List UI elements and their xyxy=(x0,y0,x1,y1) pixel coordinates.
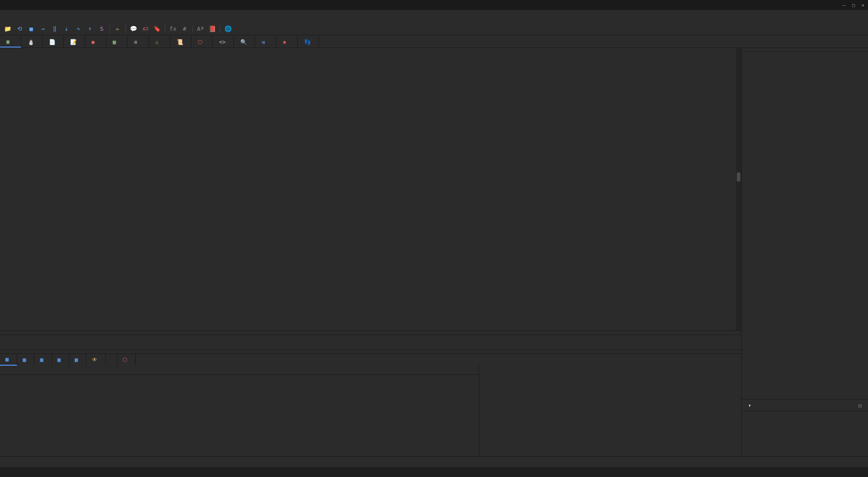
hash-icon[interactable]: # xyxy=(181,25,189,33)
disasm-scrollbar[interactable] xyxy=(736,48,741,330)
step-out-icon[interactable]: ↑ xyxy=(86,25,94,33)
disassembly-view[interactable] xyxy=(0,48,741,330)
statusbar xyxy=(0,467,868,477)
command-input[interactable] xyxy=(6,459,865,465)
dump-tab-3[interactable]: ▦ xyxy=(34,354,52,366)
step-over-icon[interactable]: ↷ xyxy=(74,25,82,33)
tab-memmap[interactable]: ▦ xyxy=(106,35,128,48)
arguments-view[interactable] xyxy=(742,411,868,456)
tab-breakpoints[interactable]: ● xyxy=(85,35,106,48)
cpu-icon: ▣ xyxy=(6,38,12,44)
dump-icon: ▦ xyxy=(23,357,26,363)
tab-symbols[interactable]: ⬡ xyxy=(191,35,213,48)
dump-icon: ▦ xyxy=(75,357,78,363)
book-icon[interactable]: 📕 xyxy=(208,25,216,33)
close-icon[interactable]: ✕ xyxy=(861,2,864,8)
tab-callstack[interactable]: ≡ xyxy=(128,35,149,48)
pause-icon[interactable]: ‖ xyxy=(51,25,59,33)
source-icon: <> xyxy=(219,39,224,44)
hexdump-header xyxy=(0,366,479,375)
comment-icon[interactable]: 💬 xyxy=(129,25,138,33)
dump-icon: ▦ xyxy=(5,356,9,363)
refs-icon: 🔍 xyxy=(240,39,246,44)
tab-threads[interactable]: ⇉ xyxy=(255,35,277,48)
tab-notes[interactable]: 📝 xyxy=(64,35,85,48)
minimize-icon[interactable]: — xyxy=(843,2,846,8)
chevron-down-icon[interactable]: ▾ xyxy=(748,402,751,409)
stop-icon[interactable]: ■ xyxy=(27,25,35,33)
info-register xyxy=(0,330,741,335)
bookmark-icon[interactable]: 🔖 xyxy=(153,25,161,33)
label-icon[interactable]: 🏷 xyxy=(141,25,149,33)
restart-icon[interactable]: ⟲ xyxy=(15,25,24,33)
tabbar: ▣ ⛄ 📄 📝 ● ▦ ≡ ⚠ 📜 ⬡ <> 🔍 ⇉ ✱ 👣 xyxy=(0,35,868,48)
menubar xyxy=(0,10,868,23)
scylla-icon[interactable]: S xyxy=(98,25,106,33)
dump-icon: ▦ xyxy=(57,357,61,363)
notes-icon: 📝 xyxy=(70,39,76,44)
unlock-checkbox[interactable]: ☐ xyxy=(858,402,862,409)
log-icon: 📄 xyxy=(49,39,54,44)
memmap-icon: ▦ xyxy=(113,39,118,44)
command-bar xyxy=(0,456,868,467)
threads-icon: ⇉ xyxy=(262,39,267,44)
dump-tabbar: ▦ ▦ ▦ ▦ ▦ 👁 ⬡ xyxy=(0,354,741,366)
dump-tab-2[interactable]: ▦ xyxy=(17,354,34,366)
struct-icon: ⬡ xyxy=(123,357,127,363)
struct-tab[interactable]: ⬡ xyxy=(117,354,136,366)
run-icon[interactable]: → xyxy=(39,25,47,33)
tab-handles[interactable]: ✱ xyxy=(277,35,298,48)
dump-tab-4[interactable]: ▦ xyxy=(52,354,69,366)
registers-view[interactable] xyxy=(742,52,868,399)
tab-trace[interactable]: 👣 xyxy=(298,35,319,48)
watch-tab[interactable]: 👁 xyxy=(86,354,106,366)
tab-seh[interactable]: ⚠ xyxy=(149,35,170,48)
tab-source[interactable]: <> xyxy=(213,35,234,48)
breakpoint-icon: ● xyxy=(91,39,97,44)
tab-references[interactable]: 🔍 xyxy=(234,35,255,48)
open-icon[interactable]: 📁 xyxy=(4,25,12,33)
seh-icon: ⚠ xyxy=(155,39,161,44)
text-icon[interactable]: Aª xyxy=(196,25,205,33)
handles-icon: ✱ xyxy=(283,39,288,44)
trace-icon: 👣 xyxy=(304,39,310,44)
symbols-icon: ⬡ xyxy=(198,39,203,44)
watch-icon: 👁 xyxy=(92,357,97,363)
step-into-icon[interactable]: ↓ xyxy=(62,25,71,33)
fx-icon[interactable]: fx xyxy=(169,25,177,33)
tab-script[interactable]: 📜 xyxy=(170,35,191,48)
toolbar: 📁 ⟲ ■ → ‖ ↓ ↷ ↑ S ✏ 💬 🏷 🔖 fx # Aª 📕 🌐 xyxy=(0,23,868,35)
tab-snowman[interactable]: ⛄ xyxy=(21,35,43,48)
snowman-icon: ⛄ xyxy=(28,39,33,44)
callstack-icon: ≡ xyxy=(134,39,139,44)
info-location xyxy=(0,349,741,354)
dump-tab-1[interactable]: ▦ xyxy=(0,354,17,366)
script-icon: 📜 xyxy=(176,39,182,44)
locals-tab[interactable] xyxy=(106,354,117,366)
hide-fpu-button[interactable] xyxy=(742,48,868,52)
maximize-icon[interactable]: ▢ xyxy=(852,2,855,8)
titlebar: — ▢ ✕ xyxy=(0,0,868,10)
calling-convention: ▾ ☐ xyxy=(742,399,868,411)
patch-icon[interactable]: ✏ xyxy=(114,25,122,33)
tab-log[interactable]: 📄 xyxy=(43,35,64,48)
dump-icon: ▦ xyxy=(40,357,43,363)
stack-view[interactable] xyxy=(479,366,741,456)
globe-icon[interactable]: 🌐 xyxy=(224,25,232,33)
tab-cpu[interactable]: ▣ xyxy=(0,35,21,48)
hex-dump[interactable] xyxy=(0,366,479,456)
dump-tab-5[interactable]: ▦ xyxy=(69,354,86,366)
